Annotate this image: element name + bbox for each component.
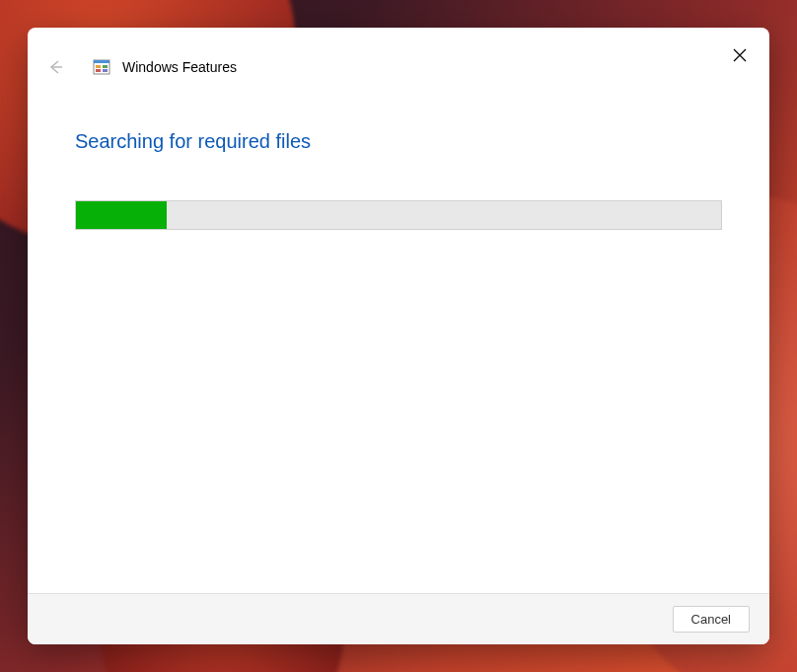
dialog-content: Searching for required files [28, 87, 769, 593]
dialog-footer: Cancel [28, 593, 769, 644]
svg-rect-6 [103, 65, 108, 68]
svg-rect-8 [103, 69, 108, 72]
cancel-button[interactable]: Cancel [673, 606, 750, 633]
progress-bar [75, 200, 722, 230]
svg-rect-7 [96, 69, 101, 72]
progress-fill [76, 201, 167, 229]
windows-features-dialog: Windows Features Searching for required … [28, 28, 769, 644]
status-heading: Searching for required files [75, 130, 722, 153]
window-title: Windows Features [122, 59, 237, 75]
windows-features-icon [93, 58, 110, 76]
svg-rect-5 [96, 65, 101, 68]
close-icon [733, 48, 747, 62]
back-arrow-icon [46, 58, 64, 76]
dialog-header: Windows Features [28, 28, 769, 87]
back-button [43, 55, 67, 79]
svg-rect-4 [94, 60, 109, 63]
close-button[interactable] [728, 43, 752, 67]
